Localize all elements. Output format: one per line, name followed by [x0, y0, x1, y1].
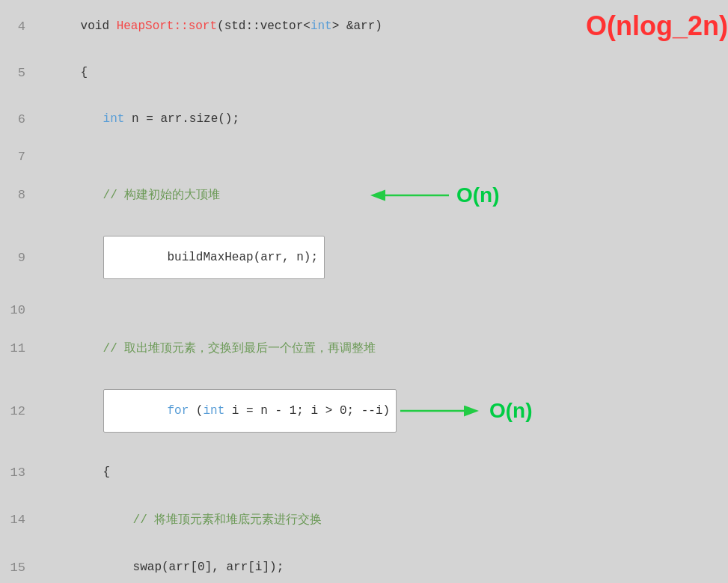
- code-token: i = n - 1; i > 0; --i): [224, 404, 390, 418]
- line-number-6: 6: [0, 112, 37, 126]
- code-token: (std::vector<: [217, 19, 311, 33]
- code-line-11: 11 // 取出堆顶元素，交换到最后一个位置，再调整堆: [0, 324, 728, 373]
- annotation-on-12: O(n): [397, 399, 533, 423]
- line-content-4: void HeapSort::sort(std::vector<int> &ar…: [37, 3, 563, 49]
- code-token-comment: // 取出堆顶元素，交换到最后一个位置，再调整堆: [103, 342, 376, 355]
- line-content-12: for (int i = n - 1; i > 0; --i): [37, 373, 728, 449]
- code-line-10: 10: [0, 296, 728, 324]
- line-content-7: [37, 147, 728, 166]
- line-number-4: 4: [0, 19, 37, 34]
- line-content-6: int n = arr.size();: [37, 96, 728, 142]
- line-content-11: // 取出堆顶元素，交换到最后一个位置，再调整堆: [37, 324, 728, 373]
- code-token: n = arr.size();: [124, 112, 239, 126]
- code-token-kw: for: [167, 404, 189, 418]
- code-line-7: 7: [0, 142, 728, 171]
- line-number-11: 11: [0, 341, 37, 355]
- code-token: {: [103, 466, 111, 479]
- code-token: void: [81, 19, 117, 33]
- code-highlight-9: buildMaxHeap(arr, n);: [103, 236, 325, 279]
- code-line-9: 9 buildMaxHeap(arr, n);: [0, 219, 728, 296]
- line-content-13: {: [37, 449, 728, 495]
- code-token: swap(arr[0], arr[i]);: [133, 561, 284, 574]
- line-number-12: 12: [0, 404, 37, 418]
- line-number-5: 5: [0, 66, 37, 80]
- code-token: buildMaxHeap(arr, n);: [167, 251, 318, 264]
- annotation-label-on-12: O(n): [489, 399, 533, 423]
- code-token: int: [311, 19, 332, 33]
- code-line-12: 12 for (int i = n - 1; i > 0; --i) O(n): [0, 373, 728, 449]
- line-number-7: 7: [0, 150, 37, 164]
- annotation-on-8: O(n): [367, 183, 500, 207]
- code-line-8: 8 // 构建初始的大顶堆 O(n): [0, 171, 728, 219]
- code-line-6: 6 int n = arr.size();: [0, 96, 728, 142]
- code-line-14: 14 // 将堆顶元素和堆底元素进行交换: [0, 495, 728, 544]
- code-container: 4 void HeapSort::sort(std::vector<int> &…: [0, 3, 728, 583]
- line-content-5: {: [37, 49, 728, 96]
- line-content-14: // 将堆顶元素和堆底元素进行交换: [37, 495, 728, 544]
- code-token: int: [103, 112, 125, 126]
- code-line-15: 15 swap(arr[0], arr[i]);: [0, 544, 728, 583]
- code-token: > &arr): [332, 19, 382, 33]
- code-token-comment: // 构建初始的大顶堆: [103, 189, 221, 202]
- line-content-9: buildMaxHeap(arr, n);: [37, 219, 728, 296]
- annotation-label-on-8: O(n): [456, 183, 500, 207]
- code-token: {: [81, 66, 88, 79]
- line-number-10: 10: [0, 303, 37, 317]
- code-token: HeapSort::sort: [117, 19, 217, 33]
- code-highlight-12: for (int i = n - 1; i > 0; --i): [103, 389, 397, 433]
- line-content-15: swap(arr[0], arr[i]);: [37, 544, 728, 583]
- arrow-svg-8: [367, 184, 456, 207]
- line-number-9: 9: [0, 251, 37, 265]
- code-token-kw: int: [203, 404, 224, 418]
- code-line-4: 4 void HeapSort::sort(std::vector<int> &…: [0, 3, 728, 49]
- code-line-13: 13 {: [0, 449, 728, 495]
- line-content-10: [37, 300, 728, 320]
- line-number-8: 8: [0, 188, 37, 202]
- code-token: (: [189, 404, 203, 418]
- code-line-5: 5 {: [0, 49, 728, 96]
- line-number-14: 14: [0, 513, 37, 527]
- annotation-nlogn: O(nlog_2n): [586, 10, 728, 42]
- line-number-13: 13: [0, 466, 37, 480]
- arrow-svg-12: [397, 400, 486, 422]
- line-number-15: 15: [0, 561, 37, 575]
- code-token-comment: // 将堆顶元素和堆底元素进行交换: [133, 513, 322, 527]
